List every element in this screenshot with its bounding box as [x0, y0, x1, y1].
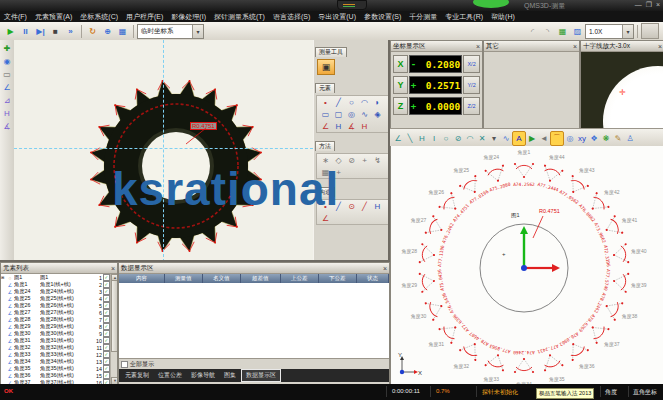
camera-view[interactable]: R0.4751	[14, 40, 314, 262]
tab-1[interactable]: 元素复制	[121, 370, 153, 381]
point-icon[interactable]: •	[319, 96, 332, 108]
save-icon[interactable]: ▦	[116, 25, 129, 38]
status-coord-mode[interactable]: 直角坐标	[633, 388, 657, 397]
column-header[interactable]: 名义值	[203, 274, 241, 283]
menu-item[interactable]: 专业工具(R)	[441, 12, 487, 22]
height-icon[interactable]: Η	[332, 120, 345, 132]
dropdown-icon[interactable]: ▾	[488, 132, 500, 145]
rect-icon[interactable]: ▭	[319, 108, 332, 120]
arc-cw-icon[interactable]: ◝	[541, 25, 554, 38]
menu-item[interactable]: 影像处理(I)	[167, 12, 210, 22]
reset-icon[interactable]: ↻	[86, 25, 99, 38]
c-height-icon[interactable]: Η	[371, 200, 384, 212]
axis-y-button[interactable]: Y	[393, 76, 408, 94]
close-icon[interactable]: ×	[573, 43, 577, 50]
column-header[interactable]: 上公差	[281, 274, 319, 283]
menu-item[interactable]: 探针测量系统(T)	[210, 12, 269, 22]
menu-item[interactable]: 帮助(H)	[487, 12, 519, 22]
slot-icon[interactable]: ▢	[332, 108, 345, 120]
element-visible-checkbox[interactable]: ✓	[103, 281, 110, 288]
menu-item[interactable]: 语言选择(S)	[269, 12, 314, 22]
h-dim-icon[interactable]: Η	[2, 108, 13, 119]
circle-slash-tool-icon[interactable]: ⊘	[452, 132, 464, 145]
half-y-button[interactable]: Y/2	[463, 76, 480, 94]
vdim-tool-icon[interactable]: Ι	[428, 132, 440, 145]
line-tool-icon[interactable]: ╲	[404, 132, 416, 145]
camera-capture-button[interactable]: ▣	[317, 59, 335, 75]
element-visible-checkbox[interactable]: ✓	[103, 365, 110, 372]
menu-item[interactable]: 千分测量	[405, 12, 441, 22]
joystick-icon[interactable]: ⊕	[101, 25, 114, 38]
ring-icon[interactable]: ◎	[345, 108, 358, 120]
zoom-tool-icon[interactable]: ◎	[564, 132, 576, 145]
arc-tool-icon[interactable]: ◠	[464, 132, 476, 145]
arc-ccw-icon[interactable]: ◜	[526, 25, 539, 38]
element-list-row[interactable]: ∠角度25角度25(线+线)4✓	[1, 295, 117, 302]
half-z-button[interactable]: Z/2	[463, 97, 480, 115]
focus-icon[interactable]: ✚	[2, 43, 13, 54]
circle-tool-icon[interactable]: ○	[440, 132, 452, 145]
angle-b-icon[interactable]: ∡	[345, 120, 358, 132]
tab-2[interactable]: 位置公差	[154, 370, 186, 381]
stamp-tool-icon[interactable]: ♙	[624, 132, 636, 145]
menu-item[interactable]: 坐标系统(C)	[76, 12, 122, 22]
element-visible-checkbox[interactable]: ✓	[103, 316, 110, 323]
pan-tool-icon[interactable]: ▶	[526, 132, 538, 145]
element-list-row[interactable]: ∠角度24角度24(线+线)3✓	[1, 288, 117, 295]
column-header[interactable]: 内容	[119, 274, 165, 283]
element-visible-checkbox[interactable]: ✓	[103, 351, 110, 358]
blob-icon[interactable]: ◈	[371, 108, 384, 120]
circle-icon[interactable]: ○	[345, 96, 358, 108]
circle-slash-icon[interactable]: ⊘	[345, 154, 358, 166]
cad-drawing-view[interactable]: 角度1A74.2562角度44A77.3444角度43A77.0562角度42A…	[390, 146, 663, 384]
hdim-tool-icon[interactable]: Η	[416, 132, 428, 145]
element-list-row[interactable]: ∠角度35角度35(线+线)14✓	[1, 365, 117, 372]
half-x-button[interactable]: X/2	[463, 55, 480, 73]
element-list-row[interactable]: ∠角度26角度26(线+线)5✓	[1, 302, 117, 309]
menu-item[interactable]: 导出设置(U)	[314, 12, 360, 22]
axis-x-button[interactable]: X	[393, 55, 408, 73]
chevron-down-icon[interactable]: ▾	[622, 25, 633, 38]
element-list-row[interactable]: ∠角度30角度30(线+线)9✓	[1, 330, 117, 337]
flag-tool-icon[interactable]: ◄	[538, 132, 550, 145]
brush-tool-icon[interactable]: ✎	[612, 132, 624, 145]
polyline-tool-icon[interactable]: ∿	[500, 132, 512, 145]
region-icon[interactable]: ▭	[2, 69, 13, 80]
element-list-row[interactable]: ∠角度33角度33(线+线)12✓	[1, 351, 117, 358]
angle-tool-icon[interactable]: ∠	[392, 132, 404, 145]
angle2-icon[interactable]: ∡	[2, 121, 13, 132]
element-list-row[interactable]: ⊞○圆1圆11✓	[1, 274, 117, 281]
close-icon[interactable]: ×	[476, 43, 480, 50]
angle-icon[interactable]: ∠	[319, 120, 332, 132]
pause-icon[interactable]: II	[19, 25, 32, 38]
axis-z-button[interactable]: Z	[393, 97, 408, 115]
element-list-row[interactable]: ∠角度32角度32(线+线)11✓	[1, 344, 117, 351]
cross-icon[interactable]: +	[358, 154, 371, 166]
element-list-row[interactable]: ∠角度27角度27(线+线)6✓	[1, 309, 117, 316]
curve-tool-icon[interactable]: ⌒	[550, 131, 564, 146]
show-all-checkbox[interactable]	[121, 361, 128, 368]
c-line2-icon[interactable]: ╱	[358, 200, 371, 212]
element-visible-checkbox[interactable]: ✓	[103, 288, 110, 295]
stop-icon[interactable]: ■	[49, 25, 62, 38]
element-visible-checkbox[interactable]: ✓	[103, 309, 110, 316]
scrollbar-thumb[interactable]	[111, 280, 117, 352]
element-visible-checkbox[interactable]: ✓	[103, 330, 110, 337]
xy-tool-icon[interactable]: xy	[576, 132, 588, 145]
grid-blue-icon[interactable]: ▨	[571, 25, 584, 38]
close-icon[interactable]: ×	[383, 265, 387, 272]
element-list-scrollbar[interactable]: ▲ ▼	[110, 274, 117, 385]
element-visible-checkbox[interactable]: ✓	[103, 372, 110, 379]
element-visible-checkbox[interactable]: ✓	[103, 358, 110, 365]
close-button[interactable]: ×	[656, 1, 660, 9]
lightning-icon[interactable]: ↯	[371, 154, 384, 166]
column-header[interactable]: 测量值	[165, 274, 203, 283]
column-header[interactable]: 状态	[357, 274, 389, 283]
label-tool-icon[interactable]: A	[512, 131, 526, 146]
lock-icon[interactable]: ◉	[2, 56, 13, 67]
angle-tool-icon[interactable]: ∠	[2, 82, 13, 93]
gear-tool-icon[interactable]: ❖	[588, 132, 600, 145]
element-visible-checkbox[interactable]: ✓	[103, 302, 110, 309]
element-list-row[interactable]: ∠角度1角度1(线+线)2✓	[1, 281, 117, 288]
step-icon[interactable]: ▶|	[34, 25, 47, 38]
